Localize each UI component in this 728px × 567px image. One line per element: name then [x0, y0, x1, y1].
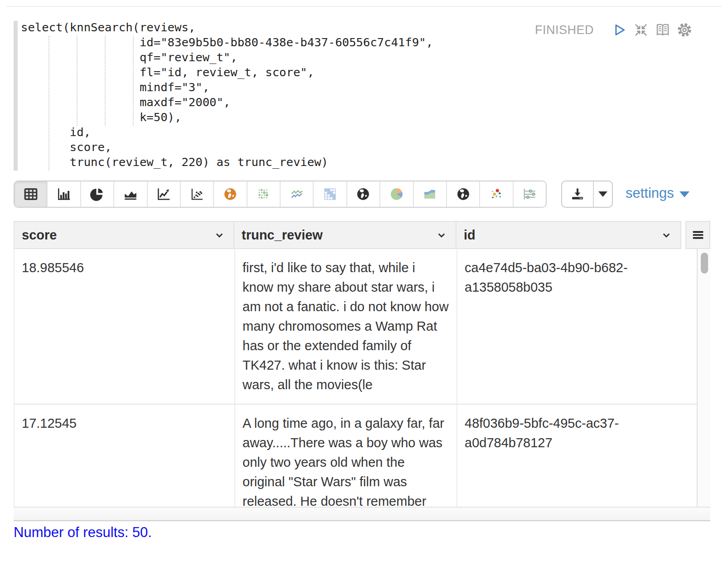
chevron-down-icon[interactable]: [435, 228, 448, 242]
book-icon: [655, 22, 671, 38]
cell-trunc-review: A long time ago, in a galaxy far, far aw…: [235, 405, 457, 507]
chart-type-area-button[interactable]: [114, 181, 147, 207]
chart-type-table-button[interactable]: [15, 181, 48, 207]
settings-caret-icon: [679, 191, 689, 197]
editor-gutter-bar: [14, 21, 18, 171]
results-table: score trunc_review id: [14, 221, 710, 521]
chart-type-scatter-button[interactable]: [181, 181, 214, 207]
bar-chart-icon: [56, 186, 72, 202]
chart-type-scatter-color-button[interactable]: [480, 181, 513, 207]
area-chart-color-icon: [422, 186, 438, 202]
globe-dark-icon: [355, 186, 371, 202]
dot-plot-icon: [521, 186, 538, 202]
globe-dark-2-icon: [455, 186, 471, 202]
notebook-paragraph: select(knnSearch(reviews, id="83e9b5b0-b…: [0, 0, 728, 567]
chart-type-toolbar: [14, 181, 547, 208]
multi-line-chart-icon: [289, 186, 305, 202]
chart-type-dot-plot-button[interactable]: [514, 181, 546, 207]
results-count: Number of results: 50.: [14, 524, 152, 541]
area-chart-icon: [122, 186, 139, 202]
settings-label: settings: [626, 185, 674, 201]
chevron-down-icon[interactable]: [213, 228, 226, 242]
run-button[interactable]: [610, 21, 628, 39]
table-header-row: score trunc_review id: [14, 221, 710, 249]
chart-type-globe-button[interactable]: [347, 181, 380, 207]
compress-icon: [633, 22, 649, 38]
chart-type-bar-button[interactable]: [48, 181, 81, 207]
globe-orange-icon: [222, 186, 238, 202]
chart-type-pie-button[interactable]: [81, 181, 114, 207]
line-chart-icon: [155, 186, 172, 202]
dot-grid-green-icon: [255, 186, 272, 202]
play-icon: [612, 22, 627, 38]
vertical-scrollbar-thumb[interactable]: [701, 253, 708, 274]
cell-trunc-review: first, i'd like to say that, while i kno…: [235, 249, 457, 404]
settings-dropdown[interactable]: settings: [626, 185, 689, 201]
collapse-button[interactable]: [632, 21, 650, 39]
paragraph-top-border: [6, 6, 722, 7]
chevron-down-icon[interactable]: [660, 228, 673, 242]
code-text[interactable]: select(knnSearch(reviews, id="83e9b5b0-b…: [21, 20, 433, 170]
table-body-content: 18.985546 first, i'd like to say that, w…: [15, 249, 697, 507]
paragraph-controls: FINISHED: [535, 21, 694, 39]
vertical-scrollbar[interactable]: [697, 249, 710, 507]
table-row: 17.12545 A long time ago, in a galaxy fa…: [15, 405, 697, 507]
cell-score: 18.985546: [15, 249, 235, 404]
column-header-score[interactable]: score: [14, 221, 234, 249]
download-icon: [570, 186, 585, 202]
status-badge: FINISHED: [535, 23, 594, 37]
chart-type-area-color-button[interactable]: [414, 181, 447, 207]
paragraph-settings-button[interactable]: [675, 21, 694, 39]
scatter-color-icon: [488, 186, 505, 202]
chart-type-map-button[interactable]: [214, 181, 247, 207]
chart-type-dot-grid-button[interactable]: [248, 181, 281, 207]
pie-chart-color-icon: [388, 186, 405, 202]
column-header-id[interactable]: id: [456, 221, 681, 249]
header-spacer: [681, 221, 685, 249]
chart-type-line-button[interactable]: [148, 181, 181, 207]
column-label: trunc_review: [242, 228, 435, 243]
column-label: id: [464, 228, 660, 243]
display-toolbar: settings: [14, 181, 714, 209]
heatmap-grid-icon: [322, 186, 338, 202]
column-header-trunc-review[interactable]: trunc_review: [234, 221, 456, 249]
cell-score: 17.12545: [15, 405, 235, 507]
cell-id: ca4e74d5-ba03-4b90-b682-a1358058b035: [457, 249, 697, 404]
hamburger-icon: [690, 227, 706, 243]
report-view-button[interactable]: [654, 21, 672, 39]
chart-type-multi-line-button[interactable]: [281, 181, 314, 207]
horizontal-scrollbar[interactable]: [14, 507, 710, 521]
column-label: score: [22, 228, 213, 243]
gear-icon: [676, 22, 693, 38]
chart-type-globe-2-button[interactable]: [447, 181, 480, 207]
download-options-button[interactable]: [594, 181, 612, 207]
download-button-group: [561, 181, 613, 208]
chart-type-pie-color-button[interactable]: [380, 181, 413, 207]
caret-down-icon: [598, 191, 607, 197]
table-icon: [23, 186, 39, 202]
chart-type-heatmap-button[interactable]: [314, 181, 347, 207]
cell-id: 48f036b9-5bfc-495c-ac37-a0d784b78127: [457, 405, 697, 507]
scatter-chart-icon: [189, 186, 205, 202]
download-button[interactable]: [562, 181, 594, 207]
pie-chart-icon: [89, 186, 105, 202]
table-body: 18.985546 first, i'd like to say that, w…: [14, 249, 710, 507]
code-editor[interactable]: select(knnSearch(reviews, id="83e9b5b0-b…: [14, 20, 548, 172]
table-row: 18.985546 first, i'd like to say that, w…: [15, 249, 697, 405]
table-menu-button[interactable]: [685, 221, 710, 249]
